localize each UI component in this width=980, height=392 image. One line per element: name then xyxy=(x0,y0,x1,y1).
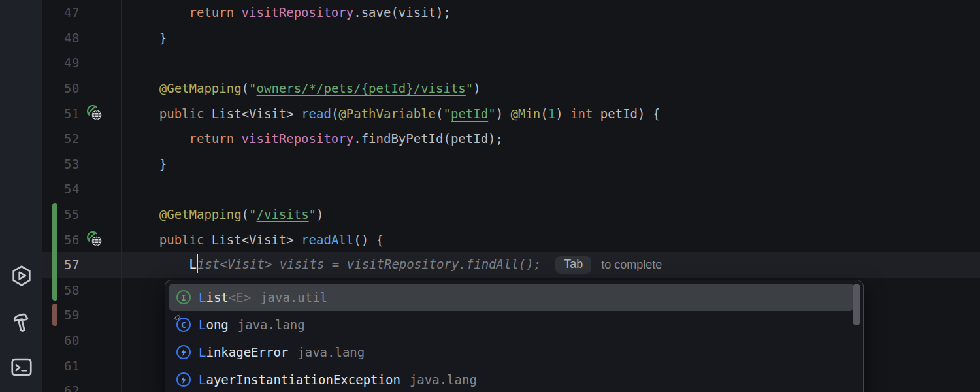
line-number: 47 xyxy=(42,5,80,20)
code-line[interactable]: 51 public List<Visit> read(@PathVariable… xyxy=(42,101,980,126)
code-line[interactable]: 50 @GetMapping("owners/*/pets/{petId}/vi… xyxy=(42,76,980,101)
completion-item[interactable]: LinkageErrorjava.lang xyxy=(169,338,859,366)
line-number: 62 xyxy=(42,384,80,392)
completion-item-name: ong xyxy=(206,318,228,332)
rest-endpoint-icon[interactable] xyxy=(85,229,103,250)
line-number: 57 xyxy=(42,257,80,272)
package-name: java.lang xyxy=(297,345,365,359)
completion-item[interactable]: CLongjava.lang xyxy=(169,311,859,338)
final-modifier-mark xyxy=(174,314,181,321)
interface-icon: I xyxy=(176,290,191,304)
exception-icon xyxy=(176,372,191,387)
vcs-added-marker[interactable] xyxy=(52,203,57,301)
code-text[interactable]: } xyxy=(121,31,167,45)
gutter-icon-slot xyxy=(80,229,121,250)
code-text[interactable]: return visitRepository.findByPetId(petId… xyxy=(121,131,503,146)
completion-item[interactable]: LayerInstantiationExceptionjava.lang xyxy=(169,366,859,392)
completion-item-name: ayerInstantiationException xyxy=(206,372,400,387)
completion-item[interactable]: IList<E>java.util xyxy=(169,284,853,311)
vcs-modified-marker[interactable] xyxy=(52,304,57,326)
line-number: 59 xyxy=(42,308,80,322)
match-prefix: L xyxy=(199,318,206,332)
services-icon[interactable] xyxy=(10,264,33,287)
activity-bar xyxy=(0,0,42,392)
rest-endpoint-icon[interactable] xyxy=(85,103,103,123)
gutter-divider xyxy=(121,0,122,392)
line-number: 49 xyxy=(42,56,80,70)
terminal-icon[interactable] xyxy=(10,355,33,379)
line-number: 55 xyxy=(42,207,80,221)
exception-icon xyxy=(176,345,191,359)
completion-item-name: inkageError xyxy=(206,345,288,359)
package-name: java.lang xyxy=(410,372,477,387)
code-line[interactable]: 49 xyxy=(42,50,980,76)
code-text[interactable]: @GetMapping("/visits") xyxy=(121,207,324,221)
code-line[interactable]: 56 public List<Visit> readAll() { xyxy=(42,227,980,252)
code-text[interactable]: public List<Visit> read(@PathVariable("p… xyxy=(121,106,660,121)
package-name: java.util xyxy=(260,290,327,304)
code-line[interactable]: 53 } xyxy=(42,152,980,177)
build-icon[interactable] xyxy=(10,311,33,335)
code-line[interactable]: 55 @GetMapping("/visits") xyxy=(42,202,980,227)
code-line[interactable]: 57 List<Visit> visits = visitRepository.… xyxy=(42,252,980,278)
gutter-icon-slot xyxy=(80,103,121,123)
match-prefix: L xyxy=(199,372,206,387)
code-line[interactable]: 47 return visitRepository.save(visit); xyxy=(42,0,980,25)
code-line[interactable]: 54 xyxy=(42,176,980,202)
popup-scrollbar-thumb[interactable] xyxy=(853,284,860,325)
line-number: 54 xyxy=(42,182,80,196)
line-number: 48 xyxy=(42,31,80,45)
completion-hint-text: to complete xyxy=(601,258,662,272)
package-name: java.lang xyxy=(238,318,305,332)
completion-item-name: ist xyxy=(206,290,228,304)
code-text[interactable]: public List<Visit> readAll() { xyxy=(121,233,384,247)
type-parameters: <E> xyxy=(229,290,251,304)
code-line[interactable]: 48 } xyxy=(42,25,980,51)
code-line[interactable]: 52 return visitRepository.findByPetId(pe… xyxy=(42,126,980,152)
completion-popup: IList<E>java.utilCLongjava.langLinkageEr… xyxy=(165,280,864,392)
line-number: 61 xyxy=(42,359,80,373)
match-prefix: L xyxy=(199,290,206,304)
line-number: 58 xyxy=(42,283,80,297)
code-text[interactable]: } xyxy=(121,157,167,171)
line-number: 51 xyxy=(42,106,80,121)
code-text[interactable]: List<Visit> visits = visitRepository.fin… xyxy=(121,254,662,275)
code-text[interactable]: return visitRepository.save(visit); xyxy=(121,5,451,20)
code-text[interactable]: @GetMapping("owners/*/pets/{petId}/visit… xyxy=(121,81,481,95)
tab-key-badge: Tab xyxy=(555,256,591,274)
line-number: 50 xyxy=(42,81,80,95)
final-class-icon: C xyxy=(176,318,191,332)
line-number: 60 xyxy=(42,333,80,348)
line-number: 52 xyxy=(42,131,80,146)
match-prefix: L xyxy=(199,345,206,359)
line-number: 56 xyxy=(42,233,80,247)
line-number: 53 xyxy=(42,157,80,171)
